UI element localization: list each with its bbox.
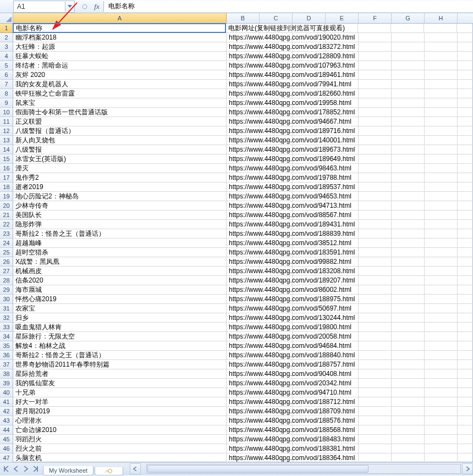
cell[interactable] xyxy=(458,61,473,70)
cell[interactable]: https://www.4480qpg.com/vod/189461.html xyxy=(227,70,260,80)
cell[interactable]: 头脑玄机 xyxy=(13,453,227,463)
hscroll-left-icon[interactable] xyxy=(130,463,141,474)
row-head[interactable]: 37 xyxy=(0,360,13,369)
cell[interactable] xyxy=(458,360,473,369)
cell[interactable]: 八级警报 xyxy=(13,145,227,154)
cell[interactable] xyxy=(392,267,425,276)
cell[interactable] xyxy=(359,360,392,369)
row-head[interactable]: 32 xyxy=(0,313,13,323)
cell[interactable] xyxy=(392,397,425,407)
row-head[interactable]: 2 xyxy=(0,33,13,42)
row-head[interactable]: 47 xyxy=(0,453,13,463)
cell[interactable] xyxy=(425,360,458,369)
cell[interactable]: 我的狐仙室友 xyxy=(13,379,227,388)
cell[interactable] xyxy=(425,379,458,388)
cell[interactable] xyxy=(392,425,425,435)
sheet-tab[interactable]: My Worksheet xyxy=(43,466,94,475)
cell[interactable] xyxy=(392,435,425,444)
cell[interactable]: https://www.4480qpg.com/vod/94710.html xyxy=(227,388,260,397)
cell[interactable] xyxy=(359,154,392,164)
first-sheet-icon[interactable] xyxy=(1,464,11,474)
cell[interactable] xyxy=(425,407,458,416)
cell[interactable] xyxy=(425,182,458,192)
cell[interactable]: 电影网址(复制链接到浏览器可直接观看) xyxy=(226,24,259,33)
cell[interactable] xyxy=(392,42,425,52)
cell[interactable]: 超时空猎杀 xyxy=(13,248,227,257)
cell[interactable] xyxy=(458,295,473,304)
cell[interactable] xyxy=(458,285,473,295)
cell[interactable]: 大狂蜂：起源 xyxy=(13,42,227,52)
cell[interactable]: https://www.4480qpg.com/vod/20342.html xyxy=(227,379,260,388)
cell[interactable] xyxy=(425,453,458,463)
cell[interactable] xyxy=(392,323,425,332)
cell[interactable]: https://www.4480qpg.com/vod/90408.html xyxy=(227,369,260,379)
cell[interactable]: 机械画皮 xyxy=(13,267,227,276)
cell[interactable] xyxy=(458,80,473,89)
col-head-E[interactable]: E xyxy=(326,13,359,24)
cell[interactable]: 隐形炸弹 xyxy=(13,220,227,229)
cell[interactable] xyxy=(359,126,392,136)
cell[interactable]: https://www.4480qpg.com/vod/79941.html xyxy=(227,80,260,89)
cell[interactable] xyxy=(359,388,392,397)
row-head[interactable]: 36 xyxy=(0,351,13,360)
cell[interactable] xyxy=(359,435,392,444)
cancel-icon[interactable] xyxy=(79,1,90,12)
cell[interactable] xyxy=(425,416,458,425)
cell[interactable] xyxy=(458,313,473,323)
cell[interactable] xyxy=(458,164,473,173)
cell[interactable] xyxy=(392,136,425,145)
cell[interactable]: https://www.4480qpg.com/vod/19958.html xyxy=(227,98,260,108)
cell[interactable] xyxy=(425,108,458,117)
cell[interactable]: 我的女友是机器人 xyxy=(13,80,227,89)
cell[interactable] xyxy=(425,164,458,173)
cell[interactable]: https://www.4480qpg.com/vod/189207.html xyxy=(227,276,260,285)
new-sheet-button[interactable] xyxy=(95,467,123,475)
cell[interactable] xyxy=(425,267,458,276)
cell[interactable]: https://www.4480qpg.com/vod/188483.html xyxy=(227,435,260,444)
row-head[interactable]: 11 xyxy=(0,117,13,126)
row-head[interactable]: 26 xyxy=(0,257,13,267)
row-head[interactable]: 10 xyxy=(0,108,13,117)
horizontal-scrollbar[interactable] xyxy=(146,464,461,474)
cell[interactable] xyxy=(392,341,425,351)
cell[interactable] xyxy=(359,267,392,276)
cell[interactable] xyxy=(392,257,425,267)
cell[interactable] xyxy=(425,295,458,304)
cell[interactable] xyxy=(392,444,425,453)
cell[interactable] xyxy=(359,323,392,332)
cell[interactable] xyxy=(458,369,473,379)
cell[interactable] xyxy=(392,313,425,323)
cell[interactable]: X战警：黑凤凰 xyxy=(13,257,227,267)
cell[interactable] xyxy=(359,444,392,453)
cell[interactable]: https://www.4480qpg.com/vod/189649.html xyxy=(227,154,260,164)
row-head[interactable]: 28 xyxy=(0,276,13,285)
cell[interactable] xyxy=(392,332,425,341)
cell[interactable] xyxy=(392,33,425,42)
row-head[interactable]: 46 xyxy=(0,444,13,453)
cell[interactable] xyxy=(425,341,458,351)
cell[interactable]: https://www.4480qpg.com/vod/50697.html xyxy=(227,304,260,313)
cell[interactable]: 美国队长 xyxy=(13,211,227,220)
row-head[interactable]: 19 xyxy=(0,192,13,201)
cell[interactable]: 铁甲狂猴之亡命雷霆 xyxy=(13,89,227,98)
cell[interactable]: 归乡 xyxy=(13,313,227,323)
row-head[interactable]: 4 xyxy=(0,52,13,61)
row-head[interactable]: 27 xyxy=(0,267,13,276)
row-head[interactable]: 18 xyxy=(0,182,13,192)
cell[interactable]: 亡命边缘2010 xyxy=(13,425,227,435)
spreadsheet-grid[interactable]: ABCDEFGHI 1电影名称电影网址(复制链接到浏览器可直接观看)2幽浮档案2… xyxy=(0,13,473,462)
cell[interactable] xyxy=(458,304,473,313)
cell[interactable] xyxy=(458,332,473,341)
cell[interactable]: 羽蹈烈火 xyxy=(13,435,227,444)
cell[interactable]: 少林寺传奇 xyxy=(13,201,227,211)
row-head[interactable]: 21 xyxy=(0,211,13,220)
cell[interactable] xyxy=(359,98,392,108)
cell[interactable]: https://www.4480qpg.com/vod/88567.html xyxy=(227,211,260,220)
cell[interactable]: 幽浮档案2018 xyxy=(13,33,227,42)
cell[interactable] xyxy=(425,369,458,379)
cell[interactable]: 蜜月期2019 xyxy=(13,407,227,416)
cell[interactable] xyxy=(392,388,425,397)
row-head[interactable]: 39 xyxy=(0,379,13,388)
cell[interactable] xyxy=(392,369,425,379)
row-head[interactable]: 30 xyxy=(0,295,13,304)
